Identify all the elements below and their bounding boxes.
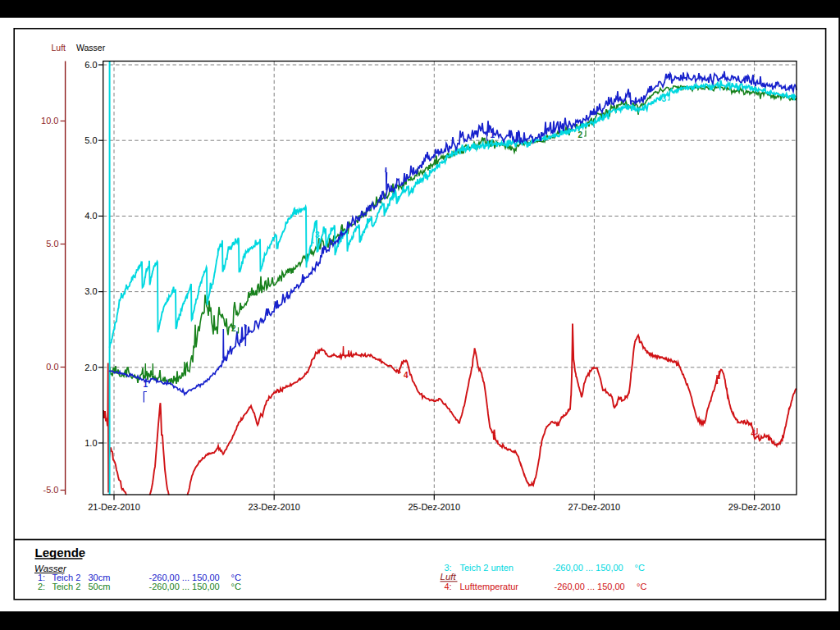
svg-text:5.0: 5.0 <box>84 135 97 145</box>
svg-text:3:: 3: <box>445 563 452 573</box>
svg-text:2.0: 2.0 <box>84 363 97 372</box>
svg-text:-260,00 ... 150,00: -260,00 ... 150,00 <box>149 582 220 591</box>
svg-text:2: 2 <box>578 130 583 139</box>
svg-text:23-Dez-2010: 23-Dez-2010 <box>248 502 300 512</box>
svg-text:1:: 1: <box>38 573 45 582</box>
svg-text:°C: °C <box>635 563 645 573</box>
svg-text:3.0: 3.0 <box>84 286 97 296</box>
svg-text:10.0: 10.0 <box>41 116 58 126</box>
svg-text:°C: °C <box>231 573 241 582</box>
svg-text:4.0: 4.0 <box>84 211 97 221</box>
svg-text:Luft: Luft <box>441 572 457 582</box>
svg-text:Luft: Luft <box>51 43 66 52</box>
svg-text:4:: 4: <box>445 582 452 591</box>
svg-text:21-Dez-2010: 21-Dez-2010 <box>88 502 140 512</box>
svg-text:2:: 2: <box>38 582 45 591</box>
svg-text:29-Dez-2010: 29-Dez-2010 <box>728 502 781 512</box>
svg-text:3: 3 <box>315 231 320 240</box>
svg-text:3: 3 <box>662 94 667 103</box>
svg-text:0.0: 0.0 <box>46 362 58 372</box>
svg-text:°C: °C <box>231 582 241 591</box>
svg-text:5.0: 5.0 <box>46 239 58 249</box>
svg-text:-260,00 ... 150,00: -260,00 ... 150,00 <box>555 582 625 591</box>
svg-text:2: 2 <box>231 324 236 333</box>
svg-text:Teich 2: Teich 2 <box>52 582 81 591</box>
svg-text:Wasser: Wasser <box>76 43 106 52</box>
svg-text:Lufttemperatur: Lufttemperatur <box>460 582 519 591</box>
svg-text:-260,00 ... 150,00: -260,00 ... 150,00 <box>149 573 220 582</box>
svg-text:Teich 2 unten: Teich 2 unten <box>460 563 514 573</box>
svg-text:Wasser: Wasser <box>34 564 67 573</box>
svg-text:1: 1 <box>491 130 495 139</box>
svg-text:-5.0: -5.0 <box>43 485 59 495</box>
svg-text:1.0: 1.0 <box>84 438 97 448</box>
svg-text:Legende: Legende <box>35 546 86 559</box>
svg-text:Teich 2: Teich 2 <box>52 573 81 582</box>
svg-text:6.0: 6.0 <box>84 60 97 70</box>
svg-text:4: 4 <box>751 429 756 438</box>
svg-text:50cm: 50cm <box>89 582 111 591</box>
svg-text:27-Dez-2010: 27-Dez-2010 <box>568 502 621 512</box>
svg-text:4: 4 <box>404 371 409 380</box>
svg-text:1: 1 <box>144 380 148 389</box>
svg-text:-260,00 ... 150,00: -260,00 ... 150,00 <box>553 563 623 573</box>
svg-text:°C: °C <box>637 582 646 591</box>
svg-text:25-Dez-2010: 25-Dez-2010 <box>409 502 461 512</box>
svg-text:30cm: 30cm <box>89 573 111 582</box>
